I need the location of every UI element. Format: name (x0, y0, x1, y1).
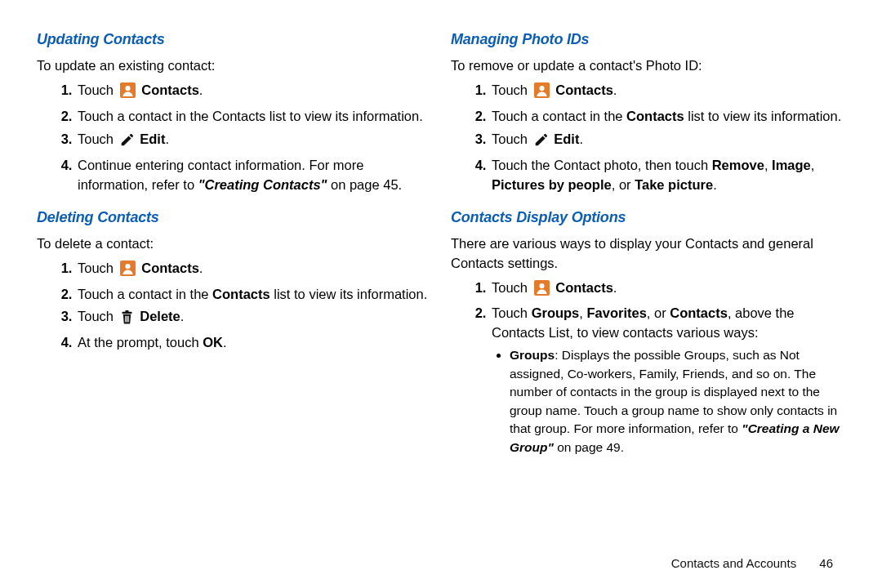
contacts-icon (534, 82, 550, 104)
heading-deleting: Deleting Contacts (37, 207, 431, 228)
list-item: Touch Contacts. (490, 81, 845, 104)
contacts-icon (120, 82, 136, 104)
intro-photo-ids: To remove or update a contact's Photo ID… (451, 56, 845, 76)
list-item: Touch Edit. (76, 130, 431, 153)
list-item: Touch Delete. (76, 307, 431, 330)
intro-display-options: There are various ways to display your C… (451, 234, 845, 274)
list-item: Groups: Displays the possible Groups, su… (510, 346, 845, 457)
contacts-icon (120, 261, 136, 282)
list-item: Continue entering contact information. F… (76, 156, 431, 195)
intro-updating: To update an existing contact: (37, 56, 431, 76)
footer-page-number: 46 (819, 556, 833, 570)
intro-deleting: To delete a contact: (37, 234, 431, 254)
heading-updating: Updating Contacts (37, 29, 431, 50)
list-item: Touch a contact in the Contacts list to … (76, 285, 431, 305)
heading-photo-ids: Managing Photo IDs (451, 29, 845, 50)
list-item: Touch Contacts. (490, 278, 845, 301)
right-column: Managing Photo IDs To remove or update a… (451, 29, 845, 468)
footer-section: Contacts and Accounts (671, 556, 796, 570)
heading-display-options: Contacts Display Options (451, 207, 845, 228)
contacts-icon (534, 280, 550, 301)
list-item: Touch the Contact photo, then touch Remo… (490, 156, 845, 195)
list-photo-ids: Touch Contacts. Touch a contact in the C… (451, 81, 845, 195)
list-item: Touch Contacts. (76, 81, 431, 104)
list-item: Touch Contacts. (76, 259, 431, 282)
list-deleting: Touch Contacts. Touch a contact in the C… (37, 259, 431, 354)
list-item: Touch Groups, Favorites, or Contacts, ab… (490, 304, 845, 457)
sublist-display: Groups: Displays the possible Groups, su… (492, 346, 845, 457)
left-column: Updating Contacts To update an existing … (37, 29, 431, 468)
list-updating: Touch Contacts. Touch a contact in the C… (37, 81, 431, 195)
list-item: At the prompt, touch OK. (76, 333, 431, 353)
list-item: Touch a contact in the Contacts list to … (76, 107, 431, 127)
edit-icon (534, 133, 548, 153)
page-footer: Contacts and Accounts 46 (671, 556, 833, 570)
list-item: Touch Edit. (490, 130, 845, 153)
delete-icon (120, 310, 134, 330)
edit-icon (120, 133, 134, 153)
page-body: Updating Contacts To update an existing … (0, 0, 882, 468)
list-item: Touch a contact in the Contacts list to … (490, 107, 845, 127)
list-display-options: Touch Contacts. Touch Groups, Favorites,… (451, 278, 845, 457)
